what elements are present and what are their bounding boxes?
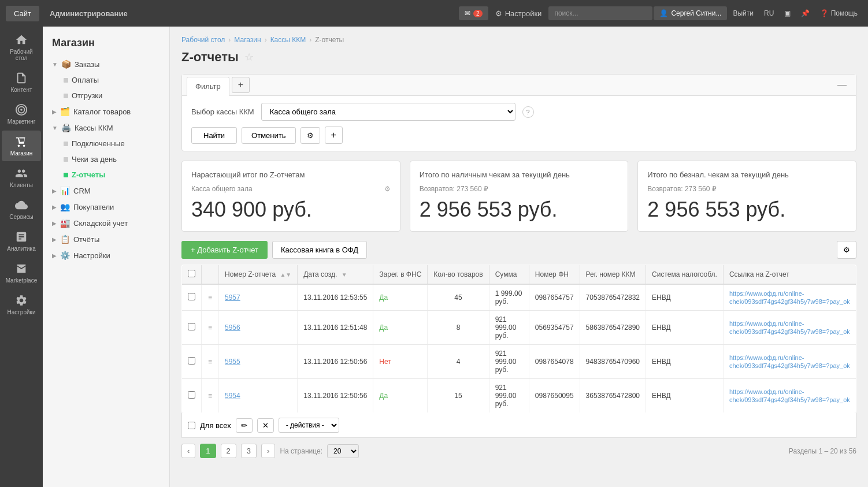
row-menu-2[interactable]: ≡ (202, 345, 219, 379)
stat-gear-icon-0[interactable]: ⚙ (384, 185, 391, 193)
sidebar-item-content[interactable]: Контент (2, 67, 41, 98)
nav-item-payments[interactable]: Оплаты (43, 72, 169, 88)
col-reg[interactable]: Рег. номер ККМ (580, 265, 646, 285)
row-check-3[interactable] (188, 391, 195, 399)
ofd-button[interactable]: Кассовая книга в ОФД (272, 241, 367, 259)
filter-tab[interactable]: Фильтр (187, 77, 229, 96)
kkm-label: Кассы ККМ (75, 124, 113, 132)
per-page-select[interactable]: 20 50 100 (327, 444, 359, 458)
next-page-button[interactable]: › (261, 444, 275, 458)
col-fns[interactable]: Зарег. в ФНС (373, 265, 428, 285)
breadcrumb-kkm[interactable]: Кассы ККМ (270, 36, 306, 44)
nav-item-daily-checks[interactable]: Чеки за день (43, 151, 169, 167)
nav-item-catalog[interactable]: ▶ 🗂️ Каталог товаров (43, 103, 169, 120)
page-1-button[interactable]: 1 (200, 444, 216, 458)
help-icon[interactable]: ❓ Помощь (815, 6, 862, 20)
row-reg-3: 36538765472800 (580, 379, 646, 413)
filter-add-button[interactable]: + (232, 77, 250, 93)
row-qty-1: 8 (428, 311, 489, 345)
sidebar-item-analytics[interactable]: Аналитика (2, 226, 41, 256)
nav-item-reports[interactable]: ▶ 📋 Отчёты (43, 231, 169, 247)
find-button[interactable]: Найти (191, 127, 237, 144)
sidebar-item-marketing[interactable]: Маркетинг (2, 99, 41, 129)
site-tab[interactable]: Сайт (6, 6, 39, 21)
nav-item-crm[interactable]: ▶ 📊 CRM (43, 183, 169, 199)
sidebar-item-shop[interactable]: Магазин (2, 131, 41, 161)
settings-button[interactable]: ⚙ Настройки (489, 6, 548, 21)
row-id-3[interactable]: 5954 (219, 379, 298, 413)
row-checkbox-2[interactable] (182, 345, 202, 379)
nav-item-orders[interactable]: ▼ 📦 Заказы (43, 56, 169, 72)
nav-item-connected[interactable]: Подключенные (43, 136, 169, 151)
bulk-actions-select[interactable]: - действия - (279, 418, 339, 433)
breadcrumb-home[interactable]: Рабочий стол (181, 36, 225, 44)
lang-button[interactable]: RU (759, 6, 778, 20)
row-menu-0[interactable]: ≡ (202, 284, 219, 311)
row-id-1[interactable]: 5956 (219, 311, 298, 345)
row-check-2[interactable] (188, 357, 195, 365)
sidebar-item-services[interactable]: Сервисы (2, 194, 41, 225)
row-fn-3: 0987650095 (529, 379, 580, 413)
nav-item-kkm[interactable]: ▼ 🖨️ Кассы ККМ (43, 120, 169, 136)
breadcrumb-shop[interactable]: Магазин (234, 36, 261, 44)
window-icon[interactable]: ▣ (780, 6, 795, 20)
row-checkbox-1[interactable] (182, 311, 202, 345)
col-number[interactable]: Номер Z-отчета ▲▼ (219, 265, 298, 285)
sidebar-item-settings[interactable]: Настройки (2, 289, 41, 320)
user-menu[interactable]: 👤 Сергей Ситни... (654, 6, 727, 20)
filter-help-icon[interactable]: ? (522, 106, 534, 118)
nav-item-nav-settings[interactable]: ▶ ⚙️ Настройки (43, 247, 169, 263)
col-check-all[interactable] (182, 265, 202, 285)
table-settings-button[interactable]: ⚙ (837, 241, 856, 259)
row-fns-2: Нет (373, 345, 428, 379)
row-check-1[interactable] (188, 323, 195, 330)
nav-item-z-reports[interactable]: Z-отчеты (43, 167, 169, 183)
col-tax[interactable]: Система налогообл. (646, 265, 724, 285)
filter-minimize-button[interactable]: — (833, 77, 851, 92)
favorite-star-icon[interactable]: ☆ (244, 51, 254, 64)
prev-page-button[interactable]: ‹ (181, 444, 195, 458)
sidebar-item-marketplace[interactable]: Marketplace (2, 258, 41, 288)
row-link-1[interactable]: https://www.офд.ru/online-chek/093sdf74g… (723, 311, 856, 345)
logout-button[interactable]: Выйти (728, 6, 758, 20)
marketing-label: Маркетинг (8, 118, 36, 125)
col-link[interactable]: Ссылка на Z-отчет (723, 265, 856, 285)
row-id-0[interactable]: 5957 (219, 284, 298, 311)
nav-item-buyers[interactable]: ▶ 👥 Покупатели (43, 199, 169, 215)
pin-icon[interactable]: 📌 (796, 6, 814, 20)
bulk-checkbox[interactable] (188, 422, 195, 429)
row-fn-1: 0569354757 (529, 311, 580, 345)
select-all-checkbox[interactable] (188, 270, 195, 277)
row-id-2[interactable]: 5955 (219, 345, 298, 379)
message-icon: ✉ (465, 9, 470, 17)
row-menu-1[interactable]: ≡ (202, 311, 219, 345)
filter-kkm-select[interactable]: Касса общего зала (261, 103, 515, 121)
bulk-edit-button[interactable]: ✏ (236, 418, 253, 433)
col-fn[interactable]: Номер ФН (529, 265, 580, 285)
col-qty[interactable]: Кол-во товаров (428, 265, 489, 285)
row-check-0[interactable] (188, 293, 195, 300)
page-2-button[interactable]: 2 (221, 444, 236, 458)
nav-item-warehouse[interactable]: ▶ 🏭 Складской учет (43, 215, 169, 231)
cancel-button[interactable]: Отменить (242, 127, 295, 144)
row-menu-3[interactable]: ≡ (202, 379, 219, 413)
messages-button[interactable]: ✉ 2 (459, 6, 488, 20)
row-sum-0: 1 999.00 руб. (489, 284, 529, 311)
sidebar-item-clients[interactable]: Клиенты (2, 162, 41, 193)
page-3-button[interactable]: 3 (241, 444, 257, 458)
row-checkbox-3[interactable] (182, 379, 202, 413)
filter-plus-button[interactable]: + (325, 127, 343, 144)
bulk-delete-button[interactable]: ✕ (257, 418, 274, 433)
add-z-report-button[interactable]: + Добавить Z-отчет (181, 241, 268, 259)
bullet-active-icon (64, 173, 68, 177)
filter-gear-button[interactable]: ⚙ (301, 127, 320, 144)
col-date[interactable]: Дата созд. ▼ (298, 265, 373, 285)
sidebar-item-home[interactable]: Рабочий стол (2, 29, 41, 66)
row-link-3[interactable]: https://www.офд.ru/online-chek/093sdf74g… (723, 379, 856, 413)
nav-item-shipments[interactable]: Отгрузки (43, 88, 169, 103)
row-checkbox-0[interactable] (182, 284, 202, 311)
search-input[interactable] (548, 6, 652, 20)
col-sum[interactable]: Сумма (489, 265, 529, 285)
row-link-0[interactable]: https://www.офд.ru/online-chek/093sdf74g… (723, 284, 856, 311)
row-link-2[interactable]: https://www.офд.ru/online-chek/093sdf74g… (723, 345, 856, 379)
